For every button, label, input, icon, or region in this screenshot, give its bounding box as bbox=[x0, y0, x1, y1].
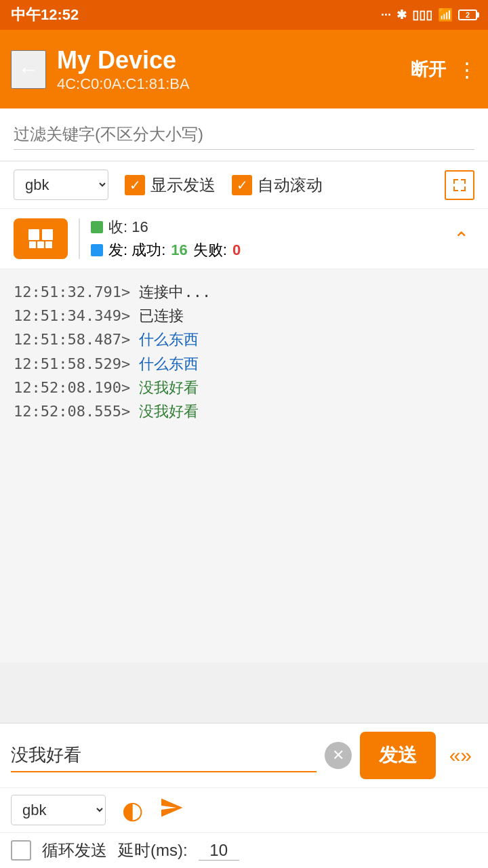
message-input[interactable] bbox=[11, 739, 317, 772]
app-bar-actions: 断开 ⋮ bbox=[411, 58, 477, 81]
app-bar-title-section: My Device 4C:C0:0A:C1:81:BA bbox=[57, 45, 400, 92]
auto-scroll-checkbox[interactable]: ✓ bbox=[232, 175, 252, 195]
log-area: 12:51:32.791> 连接中... 12:51:34.349> 已连接 1… bbox=[0, 269, 488, 663]
disconnect-button[interactable]: 断开 bbox=[411, 58, 446, 81]
clear-dot-1 bbox=[29, 241, 36, 248]
loop-row: 循环发送 延时(ms): bbox=[0, 833, 488, 868]
page-title: My Device bbox=[57, 45, 400, 75]
send-row: ✕ 发送 «» bbox=[0, 724, 488, 788]
clear-dot-2 bbox=[37, 241, 44, 248]
cellular-icon: ▯▯▯ bbox=[412, 7, 432, 22]
encoding-select[interactable]: gbk utf-8 ascii bbox=[14, 170, 108, 200]
auto-scroll-label: ✓ 自动滚动 bbox=[232, 174, 323, 196]
recv-stat: 收: 16 bbox=[91, 217, 437, 237]
pause-bar-right bbox=[42, 229, 53, 240]
log-line: 12:51:58.487> 什么东西 bbox=[14, 328, 474, 351]
recv-indicator bbox=[91, 221, 103, 233]
filter-section bbox=[0, 108, 488, 161]
status-bar: 中午12:52 ··· ✱ ▯▯▯ 📶 2 bbox=[0, 0, 488, 30]
back-button[interactable]: ← bbox=[11, 50, 46, 89]
pause-icon-group bbox=[28, 229, 53, 240]
log-line: 12:51:32.791> 连接中... bbox=[14, 280, 474, 304]
pause-clear-button[interactable] bbox=[14, 218, 68, 259]
collapse-button[interactable]: ⌃ bbox=[448, 222, 474, 256]
bluetooth-icon: ✱ bbox=[396, 7, 407, 22]
send-direction-icon[interactable] bbox=[159, 795, 184, 825]
battery-icon: 2 bbox=[458, 9, 477, 20]
signal-dots-icon: ··· bbox=[381, 8, 391, 22]
log-line: 12:51:34.349> 已连接 bbox=[14, 304, 474, 328]
history-icon[interactable]: ◐ bbox=[122, 796, 143, 825]
bottom-encoding-select[interactable]: gbk utf-8 ascii bbox=[11, 795, 106, 825]
device-address: 4C:C0:0A:C1:81:BA bbox=[57, 75, 400, 93]
loop-send-label: 循环发送 bbox=[42, 840, 107, 861]
filter-input[interactable] bbox=[14, 119, 474, 150]
stats-row: 收: 16 发: 成功: 16 失败: 0 ⌃ bbox=[0, 209, 488, 269]
status-icons: ··· ✱ ▯▯▯ 📶 2 bbox=[381, 7, 477, 22]
expand-icon[interactable] bbox=[445, 170, 474, 200]
show-send-checkbox[interactable]: ✓ bbox=[125, 175, 145, 195]
more-options-button[interactable]: ⋮ bbox=[457, 58, 477, 81]
pause-bar-left bbox=[28, 229, 39, 240]
bottom-controls-row: gbk utf-8 ascii ◐ bbox=[0, 788, 488, 833]
status-time: 中午12:52 bbox=[11, 5, 79, 25]
loop-send-checkbox[interactable] bbox=[11, 840, 31, 861]
send-success-num: 16 bbox=[171, 241, 187, 259]
send-button[interactable]: 发送 bbox=[360, 732, 436, 779]
bottom-area: ✕ 发送 «» gbk utf-8 ascii ◐ 循环发送 延时(ms): bbox=[0, 723, 488, 868]
controls-bar: gbk utf-8 ascii ✓ 显示发送 ✓ 自动滚动 bbox=[0, 161, 488, 209]
delay-input[interactable] bbox=[199, 841, 239, 861]
send-fail-num: 0 bbox=[232, 241, 241, 259]
clear-dot-3 bbox=[45, 241, 52, 248]
stats-content: 收: 16 发: 成功: 16 失败: 0 bbox=[91, 217, 437, 260]
clear-input-button[interactable]: ✕ bbox=[325, 742, 352, 769]
show-send-label: ✓ 显示发送 bbox=[125, 174, 216, 196]
expand-history-button[interactable]: «» bbox=[444, 738, 477, 772]
stats-divider bbox=[79, 218, 80, 259]
delay-label: 延时(ms): bbox=[118, 840, 188, 861]
send-stat: 发: 成功: 16 失败: 0 bbox=[91, 240, 437, 260]
log-line: 12:51:58.529> 什么东西 bbox=[14, 352, 474, 376]
log-line: 12:52:08.555> 没我好看 bbox=[14, 399, 474, 423]
clear-icon-group bbox=[29, 241, 52, 248]
wifi-icon: 📶 bbox=[438, 7, 453, 22]
send-indicator bbox=[91, 244, 103, 256]
app-bar: ← My Device 4C:C0:0A:C1:81:BA 断开 ⋮ bbox=[0, 30, 488, 108]
log-line: 12:52:08.190> 没我好看 bbox=[14, 376, 474, 399]
